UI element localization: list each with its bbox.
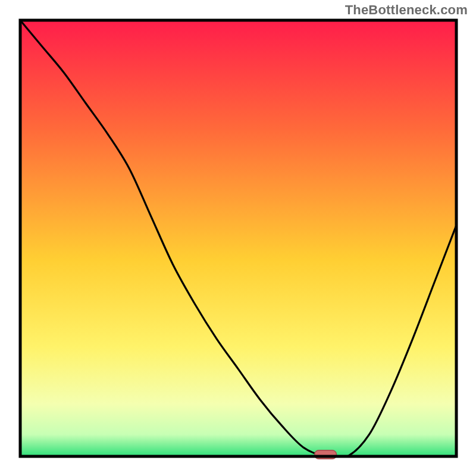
bottleneck-chart [0,0,476,476]
chart-stage: TheBottleneck.com [0,0,476,476]
plot-area [20,20,456,459]
